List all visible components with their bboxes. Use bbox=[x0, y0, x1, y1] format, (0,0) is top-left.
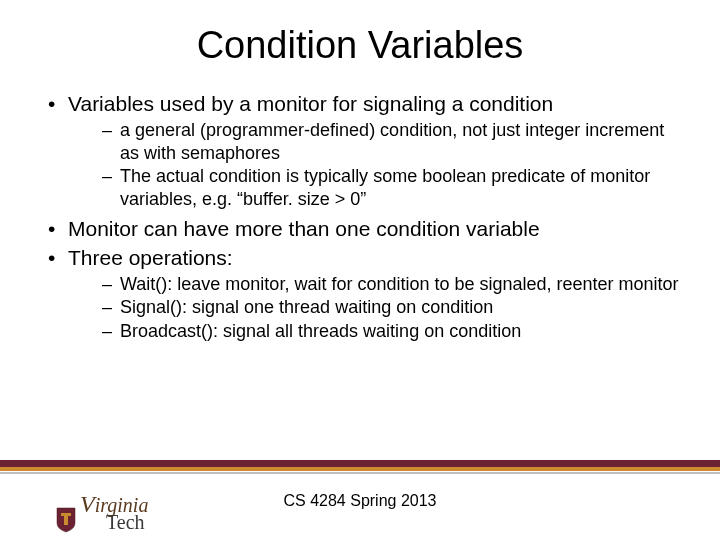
bar-orange bbox=[0, 467, 720, 471]
footer-divider bbox=[0, 460, 720, 474]
bullet-text: Variables used by a monitor for signalin… bbox=[68, 92, 553, 115]
bullet-item: Variables used by a monitor for signalin… bbox=[40, 91, 680, 210]
slide: Condition Variables Variables used by a … bbox=[0, 0, 720, 540]
sub-item: a general (programmer-defined) condition… bbox=[98, 119, 680, 164]
bullet-text: Three operations: bbox=[68, 246, 233, 269]
sub-item: Broadcast(): signal all threads waiting … bbox=[98, 320, 680, 343]
bullet-text: Monitor can have more than one condition… bbox=[68, 217, 540, 240]
slide-title: Condition Variables bbox=[40, 24, 680, 67]
sub-list: a general (programmer-defined) condition… bbox=[68, 119, 680, 210]
bullet-item: Three operations: Wait(): leave monitor,… bbox=[40, 245, 680, 343]
sub-item: Wait(): leave monitor, wait for conditio… bbox=[98, 273, 680, 296]
footer-text: CS 4284 Spring 2013 bbox=[0, 492, 720, 510]
shield-icon bbox=[56, 507, 76, 533]
bar-gray bbox=[0, 472, 720, 474]
logo-tech: Tech bbox=[106, 513, 148, 531]
bar-maroon bbox=[0, 460, 720, 467]
bullet-list: Variables used by a monitor for signalin… bbox=[40, 91, 680, 342]
sub-item: The actual condition is typically some b… bbox=[98, 165, 680, 210]
bullet-item: Monitor can have more than one condition… bbox=[40, 216, 680, 242]
sub-list: Wait(): leave monitor, wait for conditio… bbox=[68, 273, 680, 343]
sub-item: Signal(): signal one thread waiting on c… bbox=[98, 296, 680, 319]
